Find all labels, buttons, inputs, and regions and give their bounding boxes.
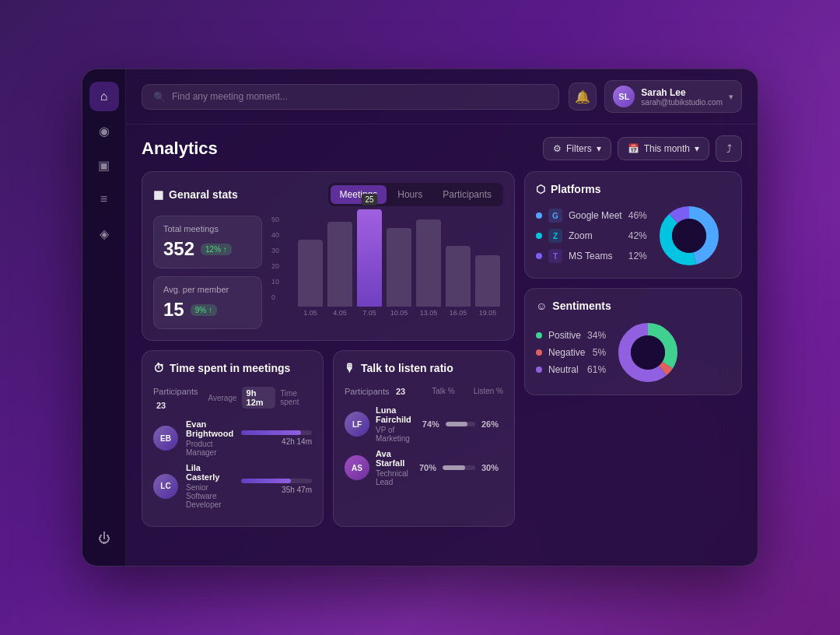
- msteams-icon: T: [548, 249, 562, 263]
- bar-label: 10.05: [390, 309, 408, 317]
- notification-button[interactable]: 🔔: [569, 82, 597, 111]
- talk-listen-title: 🎙 Talk to listen ratio: [345, 362, 453, 374]
- sentiments-list: Positive 34% Negative 5%: [536, 330, 606, 375]
- bar-label: 19.05: [479, 309, 497, 317]
- bar-group: 257.05: [357, 209, 382, 317]
- general-stats-header: ▦ Genaral stats Meetings Hours Participa…: [153, 183, 503, 206]
- time-bar-evan: 42h 14m: [241, 430, 312, 446]
- page-title: Analytics: [142, 139, 218, 159]
- general-stats-title: ▦ Genaral stats: [153, 188, 238, 201]
- time-participants-header: Participants 23 Average 9h 12m Time spen…: [153, 384, 312, 412]
- platforms-icon: ⬡: [536, 183, 545, 195]
- person-info-evan: Evan Brightwood Product Manager: [186, 419, 233, 457]
- user-info: Sarah Lee sarah@tubikstudio.com: [641, 87, 723, 107]
- bar[interactable]: [327, 222, 352, 307]
- talk-listen-header: 🎙 Talk to listen ratio: [345, 362, 503, 374]
- avatar: SL: [613, 86, 635, 107]
- bar-label: 4.05: [333, 309, 347, 317]
- time-spent-card: ⏱ Time spent in meetings Participants 23: [142, 350, 324, 527]
- platforms-card: ⬡ Platforms G Google Meet 46%: [524, 171, 742, 279]
- sentiment-positive: Positive 34%: [536, 330, 606, 341]
- y-label-40: 40: [271, 231, 279, 239]
- sidebar: ⌂ ◉ ▣ ≡ ◈ ⏻: [82, 69, 126, 566]
- y-label-0: 0: [271, 293, 279, 301]
- bar[interactable]: [387, 228, 411, 307]
- total-meetings-badge: 12% ↑: [201, 244, 232, 255]
- bar[interactable]: [446, 246, 471, 307]
- platforms-header: ⬡ Platforms: [536, 183, 730, 195]
- calendar-icon: 📅: [628, 143, 639, 154]
- svg-point-4: [672, 219, 706, 253]
- this-month-button[interactable]: 📅 This month ▾: [618, 137, 709, 160]
- avatar-evan: EB: [153, 426, 178, 451]
- bottom-grid: ⏱ Time spent in meetings Participants 23: [142, 350, 515, 527]
- stats-icon: ▦: [153, 188, 163, 201]
- tab-hours[interactable]: Hours: [388, 185, 432, 204]
- sentiments-icon: ☺: [536, 300, 547, 312]
- sidebar-item-power[interactable]: ⏻: [89, 524, 119, 553]
- user-name: Sarah Lee: [641, 87, 723, 98]
- stats-left: Total meetings 352 12% ↑ Avg. per member: [153, 216, 262, 329]
- bar-group: 4.05: [327, 222, 352, 317]
- user-profile[interactable]: SL Sarah Lee sarah@tubikstudio.com ▾: [604, 80, 742, 113]
- talk-participants-header: Participants 23 Talk % Listen %: [345, 384, 503, 398]
- stats-content: Total meetings 352 12% ↑ Avg. per member: [153, 216, 503, 329]
- share-button[interactable]: ⤴: [716, 135, 742, 162]
- filter-icon: ⚙: [553, 143, 562, 154]
- msteams-dot: [536, 253, 542, 259]
- bar[interactable]: 25: [357, 209, 382, 307]
- sentiment-neutral: Neutral 61%: [536, 364, 606, 375]
- sidebar-item-list[interactable]: ≡: [89, 184, 119, 214]
- filters-button[interactable]: ⚙ Filters ▾: [543, 137, 611, 160]
- bar[interactable]: [475, 255, 500, 307]
- bar-chart: 1.054.05257.0510.0513.0516.0519.05: [295, 216, 503, 317]
- google-meet-icon: G: [548, 209, 562, 223]
- bar-tooltip: 25: [361, 194, 377, 205]
- bar-group: 10.05: [387, 228, 411, 317]
- tab-meetings[interactable]: Meetings: [331, 185, 387, 204]
- platform-item-zoom: Z Zoom 42%: [536, 229, 647, 243]
- neutral-dot: [536, 367, 542, 373]
- sidebar-item-camera[interactable]: ◉: [89, 116, 119, 146]
- person-row-lila: LC Lila Casterly Senior Software Develop…: [153, 463, 312, 509]
- google-meet-dot: [536, 212, 542, 219]
- clock-icon: ⏱: [153, 362, 164, 374]
- sidebar-item-home[interactable]: ⌂: [89, 82, 119, 111]
- bar-group: 13.05: [416, 219, 441, 317]
- search-icon: 🔍: [153, 91, 166, 103]
- avatar-luna: LF: [345, 412, 369, 437]
- sidebar-item-analytics[interactable]: ◈: [89, 219, 119, 248]
- sidebar-item-video[interactable]: ▣: [89, 150, 119, 180]
- bar-label: 16.05: [450, 309, 467, 317]
- avg-per-member-badge: 9% ↑: [191, 304, 217, 316]
- time-participants-label: Participants 23: [153, 384, 208, 412]
- tab-participants[interactable]: Participants: [433, 185, 501, 204]
- chevron-down-icon: ▾: [729, 92, 733, 102]
- platforms-donut-chart: [658, 205, 720, 267]
- bar[interactable]: [298, 240, 323, 307]
- donut-wrapper: G Google Meet 46% Z Zoom 42%: [536, 205, 730, 267]
- header: 🔍 Find any meeting moment... 🔔 SL Sarah …: [126, 69, 758, 125]
- bar-label: 13.05: [420, 309, 438, 317]
- person-info-ava: Ava Starfall Technical Lead: [376, 449, 408, 486]
- avg-per-member-label: Avg. per member: [163, 285, 252, 294]
- bar-group: 1.05: [298, 240, 323, 317]
- talk-participants-label: Participants 23: [345, 384, 405, 398]
- platforms-list: G Google Meet 46% Z Zoom 42%: [536, 209, 647, 263]
- sentiments-card: ☺ Sentiments Positive 34%: [524, 288, 742, 395]
- person-info-lila: Lila Casterly Senior Software Developer: [186, 463, 233, 509]
- main-content: 🔍 Find any meeting moment... 🔔 SL Sarah …: [126, 69, 758, 566]
- search-bar[interactable]: 🔍 Find any meeting moment...: [142, 84, 559, 110]
- platforms-title: ⬡ Platforms: [536, 183, 601, 195]
- zoom-icon: Z: [548, 229, 562, 243]
- zoom-dot: [536, 233, 542, 239]
- person-row-ava: AS Ava Starfall Technical Lead 70%: [345, 449, 503, 486]
- y-label-30: 30: [271, 247, 279, 254]
- content-grid: ▦ Genaral stats Meetings Hours Participa…: [142, 171, 742, 555]
- sentiments-wrapper: Positive 34% Negative 5%: [536, 321, 730, 384]
- platform-item-msteams: T MS Teams 12%: [536, 249, 647, 263]
- y-label-20: 20: [271, 262, 279, 270]
- avg-per-member-value: 15 9% ↑: [163, 299, 252, 321]
- svg-point-9: [631, 335, 665, 370]
- bar[interactable]: [416, 219, 441, 307]
